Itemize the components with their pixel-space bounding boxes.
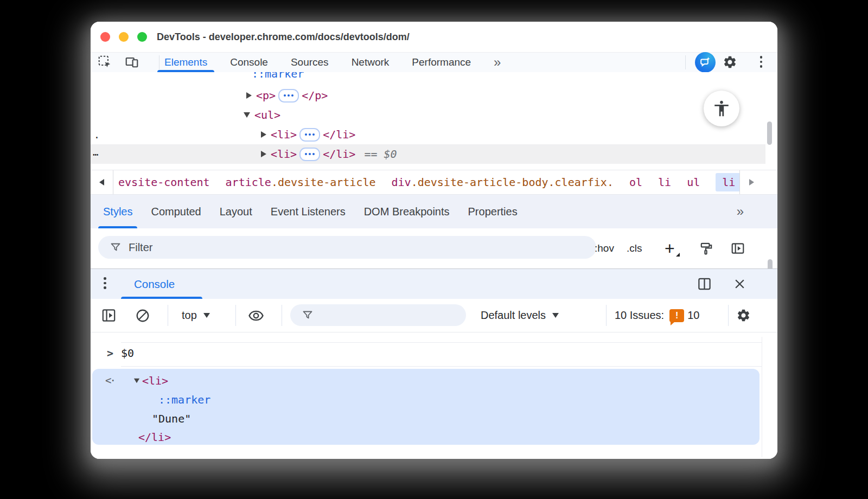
result-return-arrow-icon: <· xyxy=(105,374,114,386)
accessibility-button[interactable] xyxy=(704,91,739,126)
window-title: DevTools - developer.chrome.com/docs/dev… xyxy=(157,22,410,52)
titlebar: DevTools - developer.chrome.com/docs/dev… xyxy=(91,22,777,53)
filter-funnel-icon xyxy=(110,242,121,253)
result-text-node[interactable]: "Dune" xyxy=(152,412,191,425)
collapse-arrow-icon[interactable] xyxy=(134,379,139,383)
crumb-article[interactable]: article.devsite-article xyxy=(226,176,376,189)
console-settings-gear-icon[interactable] xyxy=(736,299,751,332)
expand-arrow-icon[interactable] xyxy=(261,131,266,138)
tab-network[interactable]: Network xyxy=(340,53,401,72)
console-drawer-header: Console xyxy=(91,268,777,299)
panel-tabs: Elements Console Sources Network Perform… xyxy=(153,53,511,72)
elements-sidebar-tabs: Styles Computed Layout Event Listeners D… xyxy=(91,195,777,228)
tab-sources[interactable]: Sources xyxy=(279,53,340,72)
result-marker-pseudo[interactable]: ::marker xyxy=(158,393,210,406)
inspect-element-icon[interactable] xyxy=(97,54,112,69)
tab-computed[interactable]: Computed xyxy=(142,195,210,228)
collapsed-content-icon[interactable] xyxy=(299,148,320,161)
chevron-right-icon xyxy=(749,179,754,185)
console-filter-input[interactable] xyxy=(290,304,466,326)
caret-down-icon xyxy=(552,313,559,318)
clipped-dom-row: ::marker xyxy=(91,72,777,83)
gutter-dot: . xyxy=(94,129,100,140)
log-levels-selector[interactable]: Default levels xyxy=(481,299,559,332)
tab-console[interactable]: Console xyxy=(219,53,279,72)
more-sidebar-tabs-button[interactable]: » xyxy=(737,204,743,219)
breadcrumb-items: evsite-content article.devsite-article d… xyxy=(118,173,742,191)
filter-placeholder: Filter xyxy=(129,241,152,254)
toolbar-divider xyxy=(685,55,686,69)
zoom-window-button[interactable] xyxy=(137,32,147,42)
marker-pseudo-node[interactable]: ::marker xyxy=(252,72,304,80)
console-sidebar-toggle-icon[interactable] xyxy=(101,299,116,332)
new-style-rule-button[interactable]: + xyxy=(665,228,680,268)
styles-filter-input[interactable]: Filter xyxy=(98,236,596,259)
crumb-li[interactable]: li xyxy=(658,176,671,189)
close-drawer-icon[interactable] xyxy=(733,277,746,291)
crumb-div[interactable]: div.devsite-article-body.clearfix. xyxy=(392,176,614,189)
elements-scrollbar-thumb[interactable] xyxy=(767,121,772,145)
chat-sparkle-icon xyxy=(699,56,711,68)
console-result-selected[interactable]: <· <li> ::marker "Dune" </li> xyxy=(92,369,760,445)
execution-context-selector[interactable]: top xyxy=(182,299,210,332)
kebab-menu-icon[interactable] xyxy=(754,54,769,69)
collapse-arrow-icon[interactable] xyxy=(244,112,250,118)
breadcrumb: evsite-content article.devsite-article d… xyxy=(91,170,777,195)
dom-row-li-2-selected[interactable]: ⋯ <li> </li> == $0 xyxy=(91,144,765,164)
dom-row-p[interactable]: <p> </p> xyxy=(91,86,765,105)
toggle-hover-state-button[interactable]: :hov xyxy=(595,228,614,268)
ai-assistance-button[interactable] xyxy=(695,52,716,73)
tab-event-listeners[interactable]: Event Listeners xyxy=(261,195,355,228)
tab-elements[interactable]: Elements xyxy=(153,53,219,72)
settings-gear-icon[interactable] xyxy=(722,54,737,69)
elements-dom-tree: ::marker <p> </p> <ul> . <li> </li> ⋯ <l… xyxy=(91,72,777,170)
gutter-dots: ⋯ xyxy=(93,149,99,160)
caret-down-icon xyxy=(203,313,210,318)
accessibility-person-icon xyxy=(712,99,731,118)
paint-roller-icon[interactable] xyxy=(699,241,713,255)
issues-badge-icon: ! xyxy=(669,309,684,322)
crumb-ul[interactable]: ul xyxy=(687,176,700,189)
result-li-open[interactable]: <li> xyxy=(133,374,168,387)
drawer-tab-console[interactable]: Console xyxy=(134,269,175,299)
more-tabs-button[interactable]: » xyxy=(482,53,511,72)
console-toolbar: top Default levels 10 Issues: ! 10 xyxy=(91,299,777,332)
drawer-kebab-menu-icon[interactable] xyxy=(104,277,106,289)
breadcrumb-scroll-right-button[interactable] xyxy=(739,170,777,194)
tab-styles[interactable]: Styles xyxy=(94,195,142,228)
close-window-button[interactable] xyxy=(100,32,110,42)
clear-console-icon[interactable] xyxy=(135,299,150,332)
dollar-zero-hint: $0 xyxy=(384,148,397,161)
split-panel-icon[interactable] xyxy=(697,277,712,291)
crumb-li-selected[interactable]: li xyxy=(716,173,742,191)
crumb-ol[interactable]: ol xyxy=(629,176,642,189)
expand-arrow-icon[interactable] xyxy=(261,151,266,157)
crumb-devsite-content[interactable]: evsite-content xyxy=(118,176,210,189)
toggle-device-toolbar-icon[interactable] xyxy=(124,54,139,69)
tab-layout[interactable]: Layout xyxy=(210,195,261,228)
toggle-element-classes-button[interactable]: .cls xyxy=(627,228,642,268)
issues-counter[interactable]: 10 Issues: ! 10 xyxy=(615,299,699,332)
collapsed-content-icon[interactable] xyxy=(299,128,320,142)
console-command[interactable]: > $0 xyxy=(107,347,134,360)
styles-toolbar: Filter :hov .cls + xyxy=(91,228,777,268)
minimize-window-button[interactable] xyxy=(119,32,129,42)
result-li-close[interactable]: </li> xyxy=(138,431,171,444)
prompt-chevron: > xyxy=(107,347,113,360)
console-scrollbar-track[interactable] xyxy=(762,337,762,457)
live-expression-eye-icon[interactable] xyxy=(248,299,264,332)
dom-row-li-1[interactable]: . <li> </li> xyxy=(91,125,765,144)
console-messages: > $0 <· <li> ::marker "Dune" </li> xyxy=(91,332,777,459)
toggle-sidebar-icon[interactable] xyxy=(731,241,745,255)
corner-triangle-icon xyxy=(676,253,680,257)
devtools-window: DevTools - developer.chrome.com/docs/dev… xyxy=(91,22,777,459)
tab-performance[interactable]: Performance xyxy=(400,53,482,72)
expand-arrow-icon[interactable] xyxy=(246,92,252,99)
breadcrumb-scroll-left-button[interactable] xyxy=(91,170,113,194)
double-chevron-icon: » xyxy=(494,55,500,70)
tab-properties[interactable]: Properties xyxy=(459,195,527,228)
tab-dom-breakpoints[interactable]: DOM Breakpoints xyxy=(355,195,459,228)
filter-funnel-icon xyxy=(302,310,313,321)
collapsed-content-icon[interactable] xyxy=(278,89,299,103)
dom-row-ul[interactable]: <ul> xyxy=(91,105,765,125)
